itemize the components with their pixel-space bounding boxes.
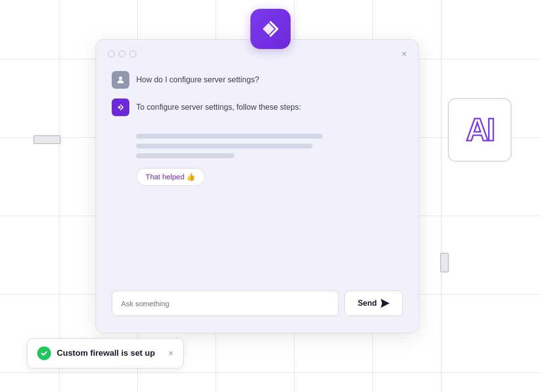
skeleton-lines bbox=[112, 134, 403, 158]
toast-check-icon bbox=[37, 346, 51, 360]
ai-avatar bbox=[112, 98, 129, 116]
that-helped-button[interactable]: That helped 👍 bbox=[136, 168, 205, 186]
resistor-chip-right bbox=[440, 253, 449, 272]
ai-label: AI bbox=[466, 112, 493, 148]
skeleton-line-2 bbox=[136, 144, 313, 148]
window-content: How do I configure server settings? To c… bbox=[96, 66, 418, 330]
chip-label: That helped 👍 bbox=[146, 172, 196, 181]
chat-input[interactable] bbox=[112, 291, 339, 316]
ai-message-text: To configure server settings, follow the… bbox=[136, 98, 301, 113]
window-dot-1 bbox=[108, 50, 115, 57]
window-dot-2 bbox=[119, 50, 125, 57]
chat-window: × How do I configure server settings? bbox=[96, 39, 419, 333]
ai-box: AI bbox=[448, 98, 512, 162]
send-icon bbox=[381, 299, 390, 308]
input-row: Send bbox=[112, 291, 403, 316]
ai-message: To configure server settings, follow the… bbox=[112, 98, 403, 116]
app-logo bbox=[250, 9, 291, 49]
window-dots bbox=[108, 50, 136, 57]
resistor-chip-left bbox=[33, 135, 61, 144]
window-dot-3 bbox=[129, 50, 136, 57]
send-label: Send bbox=[358, 299, 377, 308]
close-button[interactable]: × bbox=[401, 49, 407, 58]
user-message: How do I configure server settings? bbox=[112, 71, 403, 89]
send-button[interactable]: Send bbox=[344, 291, 403, 316]
user-avatar bbox=[112, 71, 129, 89]
skeleton-line-1 bbox=[136, 134, 322, 139]
user-message-text: How do I configure server settings? bbox=[136, 71, 259, 86]
chat-area: How do I configure server settings? To c… bbox=[112, 71, 403, 279]
skeleton-line-3 bbox=[136, 153, 234, 158]
svg-point-0 bbox=[119, 76, 123, 80]
toast-notification: Custom firewall is set up × bbox=[27, 338, 184, 368]
toast-close-button[interactable]: × bbox=[168, 349, 173, 358]
toast-message: Custom firewall is set up bbox=[57, 348, 162, 358]
